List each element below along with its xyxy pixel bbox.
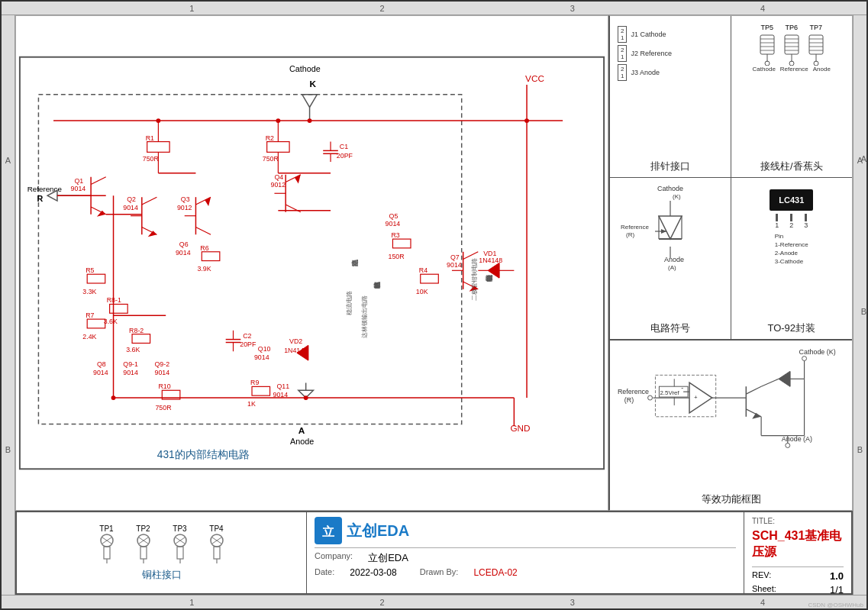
svg-text:9012: 9012 <box>177 204 192 211</box>
tp3-symbol <box>169 533 191 565</box>
svg-rect-71 <box>202 252 220 261</box>
svg-text:9014: 9014 <box>154 369 169 376</box>
svg-text:(R): (R) <box>626 231 634 238</box>
svg-text:Q9-1: Q9-1 <box>123 360 138 368</box>
pin2 <box>790 214 792 221</box>
tp2-label: TP2 <box>136 524 150 533</box>
svg-text:3.6K: 3.6K <box>104 318 118 325</box>
j2-pin2: 2 <box>621 47 624 53</box>
svg-text:20PF: 20PF <box>337 152 353 160</box>
pin-info: Pin 1-Reference 2-Anode 3-Cathode <box>775 232 808 266</box>
main-panels: VCC GND Cathode K <box>15 15 853 511</box>
svg-rect-122 <box>252 386 270 395</box>
svg-text:稳流电路: 稳流电路 <box>346 291 353 315</box>
schematic-title-main: SCH_431基准电压源 <box>752 528 844 560</box>
svg-text:9014: 9014 <box>176 249 191 257</box>
svg-text:稳流电路: 稳流电路 <box>351 261 359 268</box>
ic-label: LC431 <box>779 195 804 205</box>
ruler-mark-3: 3 <box>570 4 575 13</box>
svg-line-40 <box>91 177 106 185</box>
svg-point-135 <box>156 118 160 123</box>
tp5-symbol <box>759 31 776 66</box>
tp7-symbol <box>808 31 824 66</box>
svg-text:Reference: Reference <box>618 388 649 395</box>
row-mark-b-right-inner: B <box>860 305 868 318</box>
logo-row: 立 立创EDA <box>315 517 736 544</box>
j1-label: J1 Cathode <box>631 31 666 38</box>
tp4-label: TP4 <box>209 524 223 533</box>
svg-rect-25 <box>267 142 289 153</box>
svg-point-191 <box>648 395 653 400</box>
svg-text:1N4148: 1N4148 <box>284 347 308 354</box>
sheet-row: Sheet: 1/1 <box>752 584 844 595</box>
svg-text:20PF: 20PF <box>240 341 257 348</box>
row-rulers-content: A B VCC <box>2 15 866 595</box>
svg-text:750R: 750R <box>155 404 171 412</box>
tp4-symbol <box>206 533 227 565</box>
svg-rect-96 <box>110 304 128 313</box>
company-label: Company: <box>315 551 353 565</box>
svg-text:(R): (R) <box>624 396 634 404</box>
svg-text:150R: 150R <box>389 253 405 260</box>
svg-marker-205 <box>752 413 761 419</box>
svg-text:Q7: Q7 <box>450 253 460 261</box>
row-mark-b-right: B <box>857 445 863 454</box>
ic-pin-labels: 1 2 3 <box>770 221 813 229</box>
svg-marker-49 <box>148 231 157 237</box>
svg-text:VD1: VD1 <box>483 250 496 257</box>
svg-text:Q8: Q8 <box>97 360 106 368</box>
terminal-section: TP5 <box>731 16 853 178</box>
svg-text:A: A <box>298 425 305 435</box>
copper-connector-title: 铜柱接口 <box>142 568 182 582</box>
svg-text:二极管钳制电路: 二极管钳制电路 <box>485 275 493 282</box>
circuit-symbol-title: 电路符号 <box>650 321 690 335</box>
svg-text:750R: 750R <box>143 155 159 163</box>
svg-text:Anode: Anode <box>664 256 684 263</box>
title-center: 立 立创EDA Company: 立创EDA Date: 2022-03-08 <box>307 512 744 593</box>
to92-title: TO-92封装 <box>767 321 815 335</box>
tp7-group: TP7 <box>808 24 824 66</box>
pin2-info: 2-Anode <box>775 249 808 257</box>
sheet-label: Sheet: <box>752 584 776 595</box>
drawn-by-value: LCEDA-02 <box>473 567 517 578</box>
title-label: TITLE: <box>752 517 844 525</box>
svg-text:Q5: Q5 <box>389 212 399 220</box>
title-block: TP1 TP2 <box>15 511 853 595</box>
rev-row: REV: 1.0 <box>752 570 844 582</box>
date-row: Date: 2022-03-08 Drawn By: LCEDA-02 <box>315 567 736 578</box>
svg-text:R: R <box>37 194 43 203</box>
tp6-symbol <box>783 31 800 66</box>
rev-value: 1.0 <box>830 570 844 582</box>
svg-rect-99 <box>132 334 150 344</box>
svg-text:R2: R2 <box>266 134 274 142</box>
cathode-label: Cathode <box>753 66 776 73</box>
ruler-top: 1 2 3 4 <box>2 2 866 15</box>
svg-text:立: 立 <box>322 524 335 538</box>
to92-section: LC431 1 2 <box>731 178 853 340</box>
svg-text:C1: C1 <box>340 143 348 150</box>
title-left-connectors: TP1 TP2 <box>17 512 307 593</box>
svg-marker-10 <box>302 95 318 108</box>
svg-text:(A): (A) <box>668 264 676 271</box>
ruler-mark-bottom-3: 3 <box>570 598 575 607</box>
svg-text:Q3: Q3 <box>181 195 190 203</box>
svg-text:9014: 9014 <box>93 369 108 376</box>
ruler-mark-bottom-4: 4 <box>760 598 765 607</box>
svg-text:9014: 9014 <box>123 369 138 376</box>
svg-rect-90 <box>87 274 105 283</box>
svg-rect-20 <box>147 142 169 153</box>
svg-text:Q4: Q4 <box>274 173 283 181</box>
svg-rect-66 <box>392 239 411 248</box>
svg-point-211 <box>786 444 790 448</box>
svg-text:9012: 9012 <box>271 181 286 189</box>
row-mark-a-left: A <box>5 156 11 165</box>
date-value: 2022-03-08 <box>350 567 396 578</box>
pin1 <box>776 214 778 221</box>
svg-text:Q10: Q10 <box>258 345 271 353</box>
pin3-info: 3-Cathode <box>775 257 808 266</box>
svg-text:9014: 9014 <box>386 220 401 228</box>
svg-text:R8-1: R8-1 <box>107 296 121 304</box>
svg-rect-220 <box>104 547 110 559</box>
j2-label: J2 Reference <box>631 50 672 57</box>
circuit-symbol-svg: Cathode (K) Reference (R) <box>617 182 724 273</box>
